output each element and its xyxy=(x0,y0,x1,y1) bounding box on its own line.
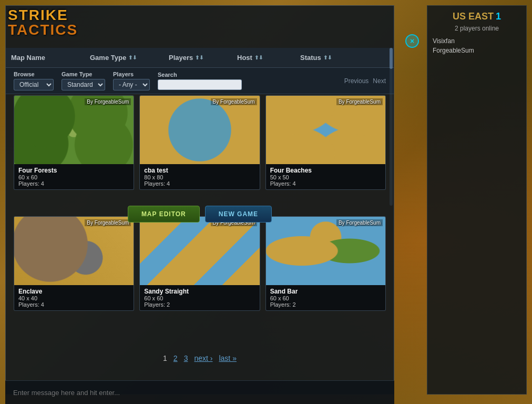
map-card[interactable]: By ForgeableSum Sandy Straight 60 x 60 P… xyxy=(139,216,260,311)
map-editor-button[interactable]: MAP EDITOR xyxy=(128,206,200,223)
maps-row-1: By ForgeableSum Four Forests 60 x 60 Pla… xyxy=(14,95,386,190)
map-card[interactable]: By ForgeableSum Four Beaches 50 x 50 Pla… xyxy=(265,95,386,190)
map-title: Four Forests xyxy=(18,167,129,174)
action-bar: MAP EDITOR NEW GAME xyxy=(6,206,394,223)
app-logo: STRIKE TACTICS xyxy=(8,8,78,37)
col-host: Host ⬆⬇ xyxy=(237,54,300,62)
map-size: 60 x 60 xyxy=(270,295,381,301)
close-button[interactable]: × xyxy=(405,34,419,48)
sort-arrow-players[interactable]: ⬆⬇ xyxy=(195,55,203,60)
search-input[interactable] xyxy=(158,79,242,90)
map-title: Enclave xyxy=(18,288,129,295)
server-badge: US EAST 1 xyxy=(433,11,521,22)
map-card[interactable]: By ForgeableSum Enclave 40 x 40 Players:… xyxy=(14,216,134,311)
map-size: 80 x 80 xyxy=(144,174,255,180)
map-players-count: Players: 4 xyxy=(270,180,381,187)
map-author: By ForgeableSum xyxy=(85,98,131,105)
server-players: 2 players online xyxy=(433,25,521,32)
map-card[interactable]: By ForgeableSum Four Forests 60 x 60 Pla… xyxy=(14,95,134,190)
logo-line1: STRIKE xyxy=(8,8,78,23)
sort-arrow-game-type[interactable]: ⬆⬇ xyxy=(128,55,137,60)
map-size: 50 x 50 xyxy=(270,174,381,180)
filter-bar: Browse Official Custom All Game Type Sta… xyxy=(6,68,394,94)
player-list: VisixfanForgeableSum xyxy=(433,36,521,55)
search-filter-group: Search xyxy=(158,72,242,90)
map-thumbnail: By ForgeableSum xyxy=(14,217,134,285)
map-thumbnail: By ForgeableSum xyxy=(140,96,259,164)
map-info: Four Beaches 50 x 50 Players: 4 xyxy=(266,164,385,189)
map-players-count: Players: 2 xyxy=(144,301,255,308)
map-title: Sand Bar xyxy=(270,288,381,295)
chat-input[interactable] xyxy=(13,389,386,397)
next-page-link[interactable]: next › xyxy=(194,354,212,362)
map-author: By ForgeableSum xyxy=(336,98,383,105)
player-list-item: ForgeableSum xyxy=(433,46,521,55)
map-info: Sand Bar 60 x 60 Players: 2 xyxy=(266,285,385,310)
map-size: 60 x 60 xyxy=(18,174,129,180)
new-game-button[interactable]: NEW GAME xyxy=(205,206,272,223)
player-list-item: Visixfan xyxy=(433,36,521,46)
game-type-select[interactable]: Standard Custom All xyxy=(62,79,105,90)
maps-row-2: By ForgeableSum Enclave 40 x 40 Players:… xyxy=(14,216,386,311)
game-type-label: Game Type xyxy=(62,71,105,77)
page-2-link[interactable]: 2 xyxy=(173,354,178,362)
map-info: Enclave 40 x 40 Players: 4 xyxy=(14,285,134,310)
map-thumbnail: By ForgeableSum xyxy=(140,217,259,285)
col-map-name: Map Name xyxy=(11,54,90,62)
map-author: By ForgeableSum xyxy=(211,98,257,105)
previous-button[interactable]: Previous xyxy=(344,77,369,85)
search-label: Search xyxy=(158,72,242,78)
browse-label: Browse xyxy=(14,71,54,77)
col-game-type: Game Type ⬆⬇ xyxy=(90,54,169,62)
server-number: 1 xyxy=(496,11,501,22)
map-info: Four Forests 60 x 60 Players: 4 xyxy=(14,164,134,189)
right-panel: US EAST 1 2 players online VisixfanForge… xyxy=(427,5,527,395)
page-current: 1 xyxy=(163,354,167,362)
main-panel: Map Name Game Type ⬆⬇ Players ⬆⬇ Host ⬆⬇… xyxy=(5,5,394,395)
map-thumbnail: By ForgeableSum xyxy=(266,217,385,285)
sort-arrow-status[interactable]: ⬆⬇ xyxy=(323,55,332,60)
pagination: 1 2 3 next › last » xyxy=(6,354,394,362)
players-filter-group: Players - Any - 2 4 6 8 xyxy=(113,71,150,90)
table-header: Map Name Game Type ⬆⬇ Players ⬆⬇ Host ⬆⬇… xyxy=(6,48,394,68)
sort-arrow-host[interactable]: ⬆⬇ xyxy=(254,55,263,60)
col-status: Status ⬆⬇ xyxy=(300,54,388,62)
last-page-link[interactable]: last » xyxy=(219,354,236,362)
players-filter-label: Players xyxy=(113,71,150,77)
map-thumbnail: By ForgeableSum xyxy=(14,96,134,164)
game-type-filter-group: Game Type Standard Custom All xyxy=(62,71,105,90)
browse-select[interactable]: Official Custom All xyxy=(14,79,54,90)
scrollbar[interactable] xyxy=(390,48,393,206)
map-card[interactable]: By ForgeableSum Sand Bar 60 x 60 Players… xyxy=(265,216,386,311)
players-select[interactable]: - Any - 2 4 6 8 xyxy=(113,79,150,90)
next-button[interactable]: Next xyxy=(373,77,386,85)
map-title: Sandy Straight xyxy=(144,288,255,295)
browse-filter-group: Browse Official Custom All xyxy=(14,71,54,90)
map-size: 60 x 60 xyxy=(144,295,255,301)
col-players: Players ⬆⬇ xyxy=(169,54,237,62)
map-thumbnail: By ForgeableSum xyxy=(266,96,385,164)
server-name: US EAST xyxy=(453,11,494,22)
maps-container: By ForgeableSum Four Forests 60 x 60 Pla… xyxy=(6,95,394,194)
map-info: cba test 80 x 80 Players: 4 xyxy=(140,164,259,189)
chat-bar xyxy=(5,380,394,404)
map-title: Four Beaches xyxy=(270,167,381,174)
map-players-count: Players: 4 xyxy=(144,180,255,187)
page-3-link[interactable]: 3 xyxy=(184,354,188,362)
map-title: cba test xyxy=(144,167,255,174)
nav-buttons: Previous Next xyxy=(344,77,386,85)
maps-row-2-container: By ForgeableSum Enclave 40 x 40 Players:… xyxy=(6,216,394,315)
map-card[interactable]: By ForgeableSum cba test 80 x 80 Players… xyxy=(139,95,260,190)
map-info: Sandy Straight 60 x 60 Players: 2 xyxy=(140,285,259,310)
scrollbar-thumb[interactable] xyxy=(390,48,393,69)
map-players-count: Players: 2 xyxy=(270,301,381,308)
map-size: 40 x 40 xyxy=(18,295,129,301)
map-players-count: Players: 4 xyxy=(18,180,129,187)
map-players-count: Players: 4 xyxy=(18,301,129,308)
logo-line2: TACTICS xyxy=(8,23,78,37)
